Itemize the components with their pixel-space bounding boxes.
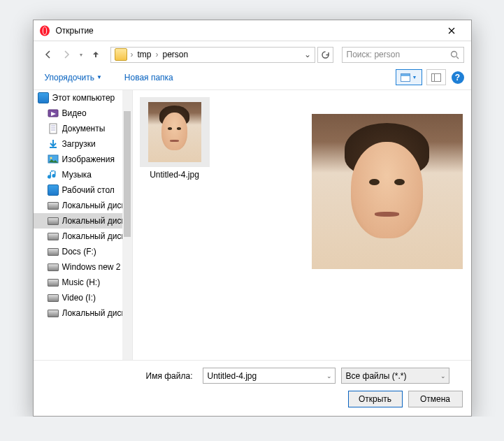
preview-pane-icon [431, 73, 441, 82]
breadcrumb-tmp[interactable]: tmp [135, 50, 154, 59]
tree-item-icon [48, 308, 59, 319]
dialog-body: Этот компьютер Видео Документы Загрузки … [34, 90, 471, 360]
preview-image [312, 114, 463, 269]
open-file-dialog: Открытие ▾ › tmp › person ⌄ Поиск: perso… [33, 20, 472, 417]
tree-item-label: Локальный диск [62, 231, 125, 241]
search-icon [450, 50, 459, 59]
filename-label: Имя файла: [42, 371, 197, 381]
open-button[interactable]: Открыть [348, 391, 403, 407]
recent-dropdown[interactable]: ▾ [77, 47, 85, 62]
folder-icon [115, 48, 127, 61]
back-button[interactable] [41, 47, 56, 62]
breadcrumb-person[interactable]: person [160, 50, 192, 59]
tree-item-label: Локальный диск [62, 308, 125, 318]
file-thumbnail [140, 97, 210, 167]
svg-rect-6 [50, 124, 57, 133]
arrow-right-icon [62, 50, 71, 59]
help-icon: ? [455, 73, 460, 82]
title-bar: Открытие [34, 20, 471, 41]
svg-point-12 [50, 157, 52, 159]
up-button[interactable] [88, 47, 103, 62]
chevron-down-icon: ⌄ [326, 373, 332, 379]
chevron-right-icon: › [129, 50, 135, 59]
window-title: Открытие [56, 26, 438, 36]
nav-tree: Этот компьютер Видео Документы Загрузки … [34, 90, 133, 360]
tree-item-icon [48, 246, 59, 257]
caret-down-icon: ▼ [412, 75, 417, 80]
search-input[interactable]: Поиск: person [342, 47, 464, 63]
tree-item-label: Локальный диск [62, 201, 125, 210]
refresh-icon [321, 50, 330, 59]
chevron-right-icon: › [154, 50, 160, 59]
tree-item[interactable]: Загрузки [34, 136, 132, 152]
file-type-filter[interactable]: Все файлы (*.*) ⌄ [341, 368, 449, 384]
tree-item-icon [48, 123, 59, 134]
tree-item[interactable]: Рабочий стол [34, 182, 132, 198]
tree-item-icon [48, 138, 59, 150]
new-folder-button[interactable]: Новая папка [120, 70, 178, 85]
tree-item-label: Музыка [62, 170, 92, 180]
tree-item-icon [48, 185, 59, 196]
refresh-button[interactable] [317, 47, 333, 63]
svg-point-2 [43, 27, 45, 34]
tree-item[interactable]: Docs (F:) [34, 244, 132, 259]
tree-item[interactable]: Windows new 2 [34, 259, 132, 275]
tree-item[interactable]: Локальный диск [34, 229, 132, 244]
toolbar: Упорядочить▼ Новая папка ▼ ? [34, 65, 471, 90]
tree-this-pc[interactable]: Этот компьютер [34, 90, 132, 106]
dialog-footer: Имя файла: Untitled-4.jpg ⌄ Все файлы (*… [34, 360, 471, 416]
tree-item[interactable]: Документы [34, 121, 132, 136]
tree-item-label: Документы [62, 124, 106, 133]
tree-item-label: Изображения [62, 154, 115, 164]
svg-point-3 [451, 51, 456, 57]
organize-button[interactable]: Упорядочить▼ [41, 70, 106, 85]
close-button[interactable] [438, 21, 466, 41]
tree-item[interactable]: Музыка [34, 167, 132, 182]
file-name-label: Untitled-4.jpg [140, 170, 210, 180]
nav-row: ▾ › tmp › person ⌄ Поиск: person [34, 44, 471, 65]
opera-icon [39, 25, 50, 36]
svg-rect-10 [50, 147, 57, 148]
view-mode-button[interactable]: ▼ [396, 69, 422, 85]
tree-item-label: Загрузки [62, 139, 96, 149]
tree-item-icon [48, 154, 59, 165]
tree-item[interactable]: Локальный диск [34, 213, 132, 229]
filename-input[interactable]: Untitled-4.jpg ⌄ [203, 368, 336, 384]
preview-pane [309, 90, 471, 360]
tree-item-icon [48, 277, 59, 288]
caret-down-icon: ▼ [96, 74, 102, 80]
address-dropdown[interactable]: ⌄ [302, 50, 313, 59]
tree-item-label: Windows new 2 [62, 262, 121, 272]
tree-item-icon [48, 231, 59, 242]
search-placeholder: Поиск: person [347, 50, 450, 59]
tree-item-icon [48, 200, 59, 211]
tree-item[interactable]: Music (H:) [34, 275, 132, 290]
help-button[interactable]: ? [452, 71, 464, 84]
tree-item[interactable]: Локальный диск [34, 305, 132, 321]
tree-item-label: Рабочий стол [62, 185, 115, 195]
address-bar[interactable]: › tmp › person ⌄ [110, 47, 315, 63]
file-list[interactable]: Untitled-4.jpg [133, 90, 309, 360]
tree-item-label: Video (I:) [62, 293, 96, 303]
tree-item[interactable]: Video (I:) [34, 290, 132, 305]
tree-item-icon [48, 292, 59, 303]
scrollbar-thumb[interactable] [124, 111, 131, 237]
tree-item[interactable]: Изображения [34, 152, 132, 167]
arrow-left-icon [43, 50, 53, 59]
tree-item-label: Видео [62, 108, 87, 118]
tree-item-label: Локальный диск [62, 216, 125, 226]
tree-item-label: Music (H:) [62, 277, 101, 287]
tree-item[interactable]: Видео [34, 106, 132, 121]
file-item[interactable]: Untitled-4.jpg [140, 97, 210, 180]
close-icon [448, 27, 455, 34]
forward-button[interactable] [59, 47, 74, 62]
sidebar-scrollbar[interactable] [122, 90, 132, 360]
thumbnails-icon [401, 73, 410, 82]
tree-item-icon [48, 108, 59, 119]
pc-icon [38, 92, 49, 103]
cancel-button[interactable]: Отмена [408, 391, 463, 407]
tree-item-icon [48, 261, 59, 273]
arrow-up-icon [91, 50, 101, 59]
tree-item[interactable]: Локальный диск [34, 198, 132, 213]
preview-pane-button[interactable] [426, 69, 446, 85]
